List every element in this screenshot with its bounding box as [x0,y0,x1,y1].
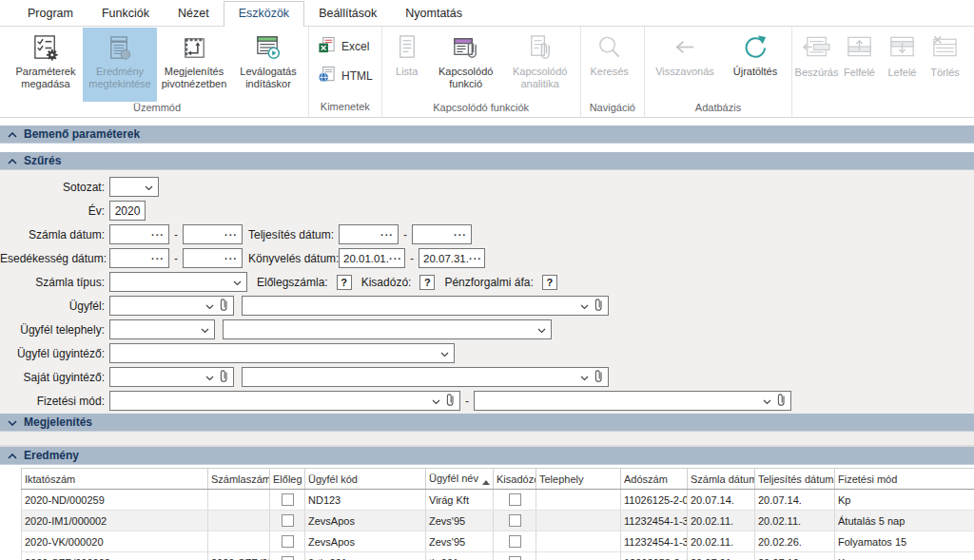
date-picker-dots[interactable]: ··· [224,253,238,264]
ribbon-group-rowtools: Beszúrás Felfelé Lefelé [792,27,969,117]
chevron-down-icon [201,323,209,337]
button-label: Eredmény megtekintése [83,66,157,90]
column-header-teljesites-datuma[interactable]: Teljesítés dátuma [755,469,835,490]
button-label: Paraméterek megadása [9,66,83,90]
ugyfel-ugyintezo-label: Ügyfél ügyintéző: [0,347,105,360]
section-header-szures[interactable]: Szűrés [0,152,974,170]
sajat-ugyintezo-kod-select[interactable] [109,367,234,387]
sorozat-select[interactable] [109,177,159,197]
column-header-ugyfel-kod[interactable]: Ügyfél kód [305,469,426,490]
column-header-telephely[interactable]: Telephely [536,469,621,490]
date-picker-dots[interactable]: ··· [454,229,467,241]
group-label-kapcsolodo-funkciok: Kapcsolódó funkciók [385,102,577,117]
ugyfel-telephely-kod-select[interactable] [109,319,215,339]
table-row[interactable]: 2020-IM1/000002 ZevsApos Zevs'95 1123245… [22,511,974,531]
paperclip-icon[interactable] [445,393,455,410]
lista-button: Lista [385,28,429,102]
eloleg-checkbox[interactable] [282,514,294,527]
table-row[interactable]: 2020-VK/000020 ZevsApos Zevs'95 11232454… [22,531,974,552]
paperclip-icon[interactable] [776,393,786,410]
tab-funkciok[interactable]: Funkciók [88,2,164,26]
eredmeny-megtekintese-button[interactable]: Eredmény megtekintése [83,28,157,102]
column-header-adoszam[interactable]: Adószám [621,469,688,490]
megjelenites-pivotnezetben-button[interactable]: Megjelenítés pivotnézetben [157,28,231,102]
section-header-megjelenites[interactable]: Megjelenítés [0,414,974,432]
esedekesseg-datum-to-input[interactable]: ··· [183,248,243,268]
date-picker-dots[interactable]: ··· [151,229,165,241]
delete-row-icon [930,34,960,63]
penzforgalmi-afa-label: Pénzforgalmi áfa: [444,276,533,289]
app-window: Program Funkciók Nézet Eszközök Beállítá… [0,0,974,560]
szamla-datum-from-input[interactable]: ··· [109,224,169,244]
fizetesi-mod-from-select[interactable] [109,391,460,411]
ev-input[interactable]: 2020 [109,201,146,221]
ugyfel-nev-select[interactable] [242,296,609,316]
ujratoltes-button[interactable]: Újratöltés [722,28,789,102]
penzforgalmi-afa-tristate-checkbox[interactable]: ? [542,275,557,290]
range-separator: - [174,228,178,241]
group-label-navigacio: Navigáció [584,102,641,117]
elolegszamla-tristate-checkbox[interactable]: ? [337,275,352,290]
paperclip-icon[interactable] [219,369,228,386]
column-header-iktatoszam[interactable]: Iktatószám [22,469,208,490]
teljesites-datum-from-input[interactable]: ··· [339,224,399,244]
tab-nyomtatas[interactable]: Nyomtatás [391,2,477,26]
ugyfel-ugyintezo-select[interactable] [109,343,455,363]
html-export-button[interactable]: HTML [318,66,373,87]
elolegszamla-label: Előlegszámla: [257,276,328,289]
section-header-eredmeny[interactable]: Eredmény [0,447,974,465]
eloleg-checkbox[interactable] [282,493,294,506]
kisadozo-checkbox[interactable] [509,493,521,506]
eloleg-checkbox[interactable] [282,535,294,548]
paperclip-icon[interactable] [219,298,228,315]
move-row-down-icon [887,34,917,63]
levalogatas-inditaskor-button[interactable]: Leválogatás indításkor [231,28,305,102]
tab-eszkozok[interactable]: Eszközök [224,1,305,27]
konyveles-datum-to-input[interactable]: 20.07.31.··· [419,248,485,268]
column-header-fizetesi-mod[interactable]: Fizetési mód [835,469,974,490]
date-picker-dots[interactable]: ··· [151,253,165,264]
column-header-szamlaszam[interactable]: Számlaszám [208,469,270,490]
date-picker-dots[interactable]: ··· [389,253,402,264]
ugyfel-telephely-nev-select[interactable] [223,319,552,339]
chevron-down-icon [205,371,214,384]
button-label: Lefelé [887,67,916,78]
teljesites-datum-to-input[interactable]: ··· [412,224,472,244]
tab-program[interactable]: Program [13,2,88,26]
teljesites-datum-label: Teljesítés dátum: [248,228,334,241]
tab-nezet[interactable]: Nézet [164,2,224,26]
chevron-down-icon [145,181,153,194]
konyveles-datum-from-input[interactable]: 20.01.01.··· [339,248,405,268]
kisadozo-checkbox[interactable] [509,556,521,560]
section-header-bemeno-parameterek[interactable]: Bemenő paraméterek [0,126,974,144]
kisadozo-checkbox[interactable] [509,514,521,527]
kisadozo-checkbox[interactable] [509,535,521,548]
html-icon [318,66,336,87]
paperclip-icon[interactable] [594,369,603,386]
table-row[interactable]: 2020-SZR/000002 2020-SZR/00000 0-th-001 … [22,552,974,560]
date-picker-dots[interactable]: ··· [380,229,394,241]
date-picker-dots[interactable]: ··· [469,253,482,264]
szamla-tipus-select[interactable] [109,272,247,292]
column-header-ugyfel-nev[interactable]: Ügyfél név [426,469,494,490]
kisadozo-tristate-checkbox[interactable]: ? [419,275,435,290]
excel-export-button[interactable]: Excel [318,36,373,57]
fizetesi-mod-to-select[interactable] [474,391,791,411]
tab-beallitasok[interactable]: Beállítások [304,2,391,26]
esedekesseg-datum-from-input[interactable]: ··· [109,248,169,268]
chevron-down-icon [8,415,17,429]
eloleg-checkbox[interactable] [282,556,294,560]
szamla-datum-label: Számla dátum: [0,228,105,241]
column-header-eloleg[interactable]: Előleg [270,469,305,490]
kapcsolodo-funkcio-button[interactable]: Kapcsolódó funkció [429,28,503,102]
ribbon-group-adatbazis: Visszavonás Újratöltés Adatbázis [645,27,792,117]
parameterek-megadasa-button[interactable]: Paraméterek megadása [9,28,83,102]
column-header-szamla-datuma[interactable]: Számla dátuma [688,469,755,490]
date-picker-dots[interactable]: ··· [224,229,238,241]
table-row[interactable]: 2020-ND/000259 ND123 Virág Kft 11026125-… [22,490,974,511]
paperclip-icon[interactable] [594,298,603,315]
sajat-ugyintezo-nev-select[interactable] [242,367,609,387]
column-header-kisadozo[interactable]: Kisadózó [494,469,536,490]
szamla-datum-to-input[interactable]: ··· [183,224,243,244]
ugyfel-kod-select[interactable] [109,296,234,316]
